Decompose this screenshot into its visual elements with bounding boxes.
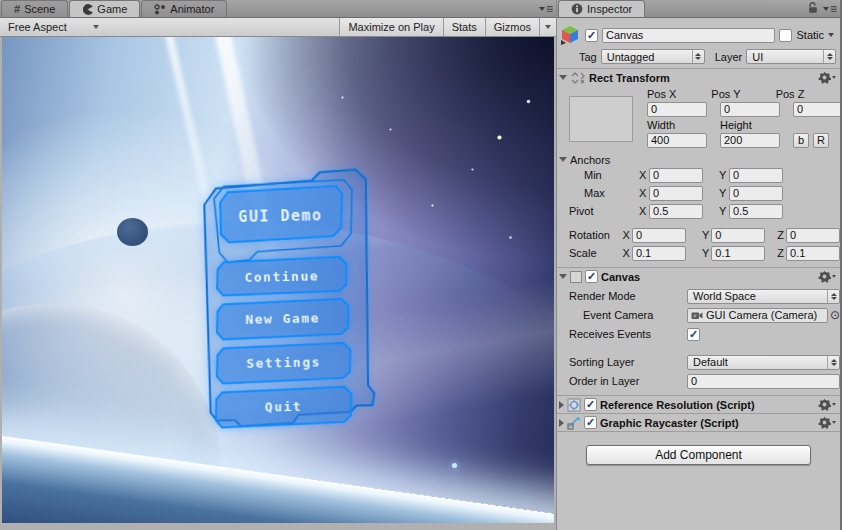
canvas-component-title: Canvas <box>601 271 815 283</box>
new-game-button[interactable]: New Game <box>216 299 349 340</box>
tab-inspector[interactable]: Inspector <box>558 0 645 17</box>
quit-button-label: Quit <box>265 399 303 415</box>
static-dropdown-icon[interactable] <box>828 33 834 37</box>
event-camera-object-field[interactable]: GUI Camera (Camera) <box>687 308 828 323</box>
tab-animator[interactable]: Animator <box>141 0 227 17</box>
pos-y-field[interactable] <box>720 102 780 117</box>
graphic-raycaster-icon <box>567 416 581 430</box>
gear-icon[interactable] <box>818 270 836 283</box>
width-label: Width <box>647 119 720 131</box>
gizmos-dropdown-arrow[interactable] <box>539 18 556 36</box>
blueprint-mode-button[interactable]: b <box>793 133 809 148</box>
scale-x-field[interactable] <box>632 246 686 261</box>
gameobject-active-checkbox[interactable]: ✓ <box>585 29 598 42</box>
dropdown-arrows-icon <box>823 50 835 63</box>
add-component-label: Add Component <box>655 448 742 462</box>
raw-edit-mode-button[interactable]: R <box>813 133 829 148</box>
stats-button[interactable]: Stats <box>443 18 485 36</box>
panel-title: GUI Demo <box>238 206 323 226</box>
anchors-foldout[interactable]: Anchors <box>557 152 840 167</box>
gear-icon[interactable] <box>818 398 836 411</box>
pivot-x-field[interactable] <box>649 204 703 219</box>
maximize-on-play-button[interactable]: Maximize on Play <box>339 18 442 36</box>
receives-events-checkbox[interactable]: ✓ <box>687 328 700 341</box>
foldout-closed-icon[interactable] <box>559 419 564 427</box>
inspector-tabbar: Inspector ≡ <box>557 0 840 18</box>
rotation-x-field[interactable] <box>632 228 686 243</box>
settings-button-label: Settings <box>246 354 321 371</box>
quit-button[interactable]: Quit <box>215 387 352 428</box>
pivot-y-field[interactable] <box>729 204 783 219</box>
game-pane-menu-icon[interactable]: ≡ <box>539 4 552 14</box>
sorting-layer-row: Sorting Layer Default <box>557 354 840 370</box>
graphic-raycaster-header[interactable]: ✓ Graphic Raycaster (Script) <box>557 413 840 431</box>
width-field[interactable] <box>647 133 707 148</box>
foldout-open-icon[interactable] <box>559 274 567 279</box>
tag-dropdown[interactable]: Untagged <box>601 49 705 64</box>
pivot-label: Pivot <box>569 205 635 217</box>
gear-icon[interactable] <box>818 416 836 429</box>
order-in-layer-field[interactable] <box>687 374 840 389</box>
scale-label: Scale <box>569 247 619 259</box>
sorting-layer-dropdown[interactable]: Default <box>687 355 840 370</box>
canvas-component-header[interactable]: ✓ Canvas <box>557 267 840 285</box>
tag-layer-row: Tag Untagged Layer UI <box>557 48 840 68</box>
anchors-min-row: Min X Y <box>557 167 840 183</box>
anchors-max-x-field[interactable] <box>649 186 703 201</box>
rotation-label: Rotation <box>569 229 619 241</box>
tab-inspector-label: Inspector <box>587 3 632 15</box>
rect-transform-icon <box>570 70 586 86</box>
target-picker-icon[interactable]: ⊙ <box>830 308 840 322</box>
tab-game[interactable]: Game <box>69 0 140 17</box>
static-checkbox[interactable] <box>779 29 792 42</box>
anchors-min-y-field[interactable] <box>729 168 783 183</box>
pivot-row: Pivot X Y <box>557 203 840 219</box>
aspect-dropdown[interactable]: Free Aspect <box>0 18 107 36</box>
canvas-enabled-checkbox[interactable]: ✓ <box>585 270 598 283</box>
game-viewport-frame: GUI Demo Continue New Game Settings <box>0 37 556 530</box>
rect-transform-title: Rect Transform <box>589 72 815 84</box>
render-mode-dropdown[interactable]: World Space <box>687 289 840 304</box>
pos-x-field[interactable] <box>647 102 707 117</box>
game-toolbar-right-group: Maximize on Play Stats Gizmos <box>339 18 556 36</box>
lock-icon[interactable] <box>808 2 819 16</box>
panel-title-plate: GUI Demo <box>220 186 343 243</box>
settings-button[interactable]: Settings <box>216 343 351 384</box>
tag-label: Tag <box>579 51 597 63</box>
gizmos-button[interactable]: Gizmos <box>485 18 539 36</box>
foldout-closed-icon[interactable] <box>559 401 564 409</box>
continue-button-label: Continue <box>244 268 319 285</box>
canvas-component-body: Render Mode World Space Event Camera GUI… <box>557 285 840 389</box>
gameobject-name-field[interactable] <box>602 28 775 43</box>
moon <box>117 218 148 246</box>
reference-resolution-header[interactable]: ✓ Reference Resolution (Script) <box>557 395 840 413</box>
gameobject-cube-icon[interactable] <box>559 24 581 46</box>
rect-transform-header[interactable]: Rect Transform <box>557 68 840 86</box>
continue-button[interactable]: Continue <box>216 257 347 296</box>
chevron-down-icon <box>93 25 99 29</box>
scene-grid-icon: # <box>14 3 20 15</box>
tab-scene-label: Scene <box>24 3 55 15</box>
anchors-max-y-field[interactable] <box>729 186 783 201</box>
gui-demo-panel: GUI Demo Continue New Game Settings <box>193 139 385 431</box>
rotation-z-field[interactable] <box>786 228 840 243</box>
tab-scene[interactable]: # Scene <box>1 0 68 17</box>
gear-icon[interactable] <box>818 71 836 84</box>
height-field[interactable] <box>720 133 780 148</box>
inspector-menu-icon[interactable]: ≡ <box>823 4 836 14</box>
rotation-y-field[interactable] <box>711 228 765 243</box>
reference-resolution-checkbox[interactable]: ✓ <box>584 398 597 411</box>
add-component-button[interactable]: Add Component <box>586 445 811 465</box>
event-camera-label: Event Camera <box>569 309 687 321</box>
canvas-component-icon <box>570 271 582 283</box>
graphic-raycaster-checkbox[interactable]: ✓ <box>584 416 597 429</box>
scale-z-field[interactable] <box>786 246 840 261</box>
foldout-open-icon[interactable] <box>559 75 567 80</box>
layer-dropdown[interactable]: UI <box>746 49 836 64</box>
scale-y-field[interactable] <box>711 246 765 261</box>
anchors-min-x-field[interactable] <box>649 168 703 183</box>
event-camera-value: GUI Camera (Camera) <box>706 309 817 321</box>
pos-y-label: Pos Y <box>711 88 775 100</box>
graphic-raycaster-title: Graphic Raycaster (Script) <box>600 417 815 429</box>
pos-z-field[interactable] <box>793 102 840 117</box>
